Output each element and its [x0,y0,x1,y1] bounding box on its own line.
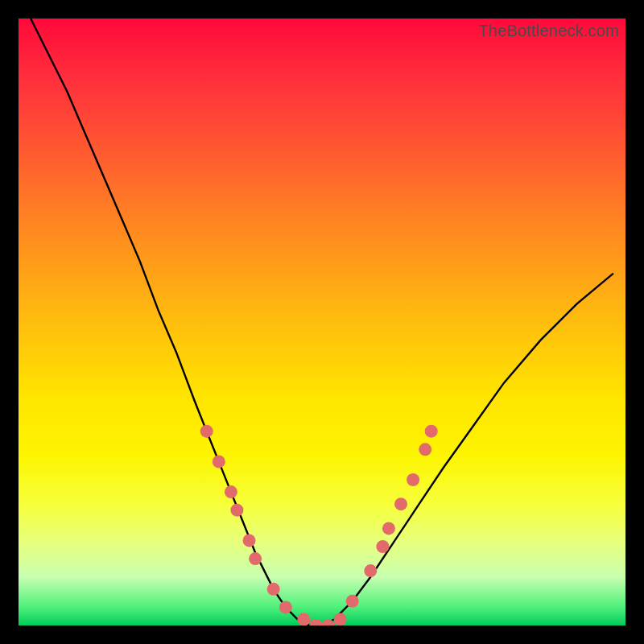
marker-point [249,552,262,565]
marker-point [243,534,256,547]
marker-point [225,485,237,498]
marker-point [230,504,243,517]
marker-point [394,497,407,510]
highlight-markers [200,425,438,625]
marker-point [376,540,389,553]
marker-point [382,522,395,535]
chart-frame: TheBottleneck.com [0,0,644,644]
marker-point [419,443,431,456]
marker-point [334,613,347,626]
marker-point [267,583,280,596]
bottleneck-curve [31,19,613,625]
plot-area: TheBottleneck.com [19,19,625,625]
marker-point [425,425,438,438]
watermark-text: TheBottleneck.com [478,22,619,40]
curve-overlay [19,19,625,625]
marker-point [213,455,225,468]
marker-point [364,564,377,577]
marker-point [279,601,292,613]
marker-point [297,613,310,626]
marker-point [310,619,323,625]
marker-point [346,595,359,608]
marker-point [200,425,213,438]
marker-point [407,473,419,486]
